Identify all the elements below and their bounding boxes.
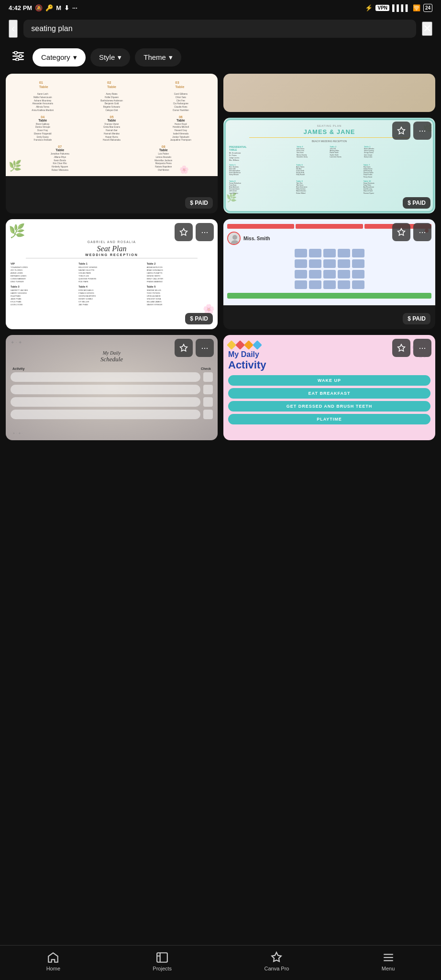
vpn-badge: VPN: [375, 5, 389, 11]
t1-r3-col1: 07Table Jonathan PalturenaJilliana RhyeK…: [10, 145, 110, 172]
t2-col-table1: Table 1 Ramon MendezSimon CanningGeorge …: [364, 145, 430, 162]
star-icon-4: [397, 228, 406, 236]
nav-menu[interactable]: Menu: [382, 951, 395, 971]
t3-t3: Table 3 GARRETT JACOBSHARRY HOGGINSISLA …: [11, 285, 77, 306]
desk-10: [352, 259, 364, 268]
template-card-1[interactable]: 01Table 02Table 03Table Aaron LechMollie…: [6, 74, 218, 213]
favorite-button-3[interactable]: [175, 223, 193, 241]
category-filter[interactable]: Category ▾: [33, 48, 86, 67]
card-preview-1: 01Table 02Table 03Table Aaron LechMollie…: [6, 74, 218, 176]
more-button-6[interactable]: ···: [413, 339, 431, 357]
t2-subtitle: BEACH WEDDING RECEPTION: [229, 140, 430, 143]
category-label: Category: [41, 53, 70, 61]
desk-14: [338, 270, 350, 278]
bottom-nav: Home Projects Canva Pro Menu: [0, 945, 441, 980]
svg-point-5: [16, 58, 19, 61]
template-card-6[interactable]: ··· My Daily Activity WAKE UP EAT BREAKF…: [223, 335, 435, 440]
t2-divider: [249, 137, 409, 138]
category-chevron: ▾: [73, 53, 77, 62]
paid-badge-1: $ PAID: [185, 197, 213, 209]
t5-row-1: [11, 372, 213, 382]
template-card-2[interactable]: ··· SEATING PLAN JAMES & JANE BEACH WEDD…: [223, 118, 435, 213]
filter-row: Category ▾ Style ▾ Theme ▾: [0, 44, 441, 74]
nav-canvapro[interactable]: Canva Pro: [264, 951, 289, 971]
mail-icon: M: [56, 4, 61, 11]
filter-icon-button[interactable]: [9, 47, 28, 67]
home-icon: [47, 951, 59, 964]
status-left: 4:42 PM 🔕 🔑 M ⬇ ···: [9, 4, 77, 11]
favorite-button-4[interactable]: [392, 223, 410, 241]
favorite-button-6[interactable]: [392, 339, 410, 357]
t2-col-tables: Table 2 Katie SonesKevin LarrisTara Jone…: [297, 145, 362, 162]
svg-point-4: [19, 55, 22, 57]
t3-t4: Table 4 ERIN MICHAELSFRANCO MYERSGEORLIN…: [78, 285, 144, 306]
template-grid: 01Table 02Table 03Table Aaron LechMollie…: [0, 74, 441, 446]
theme-chevron: ▾: [169, 53, 173, 62]
t3-script-title: Seat Plan: [11, 245, 213, 253]
template-card-4[interactable]: ··· Miss. Smith: [223, 219, 435, 329]
t2-col-presidential: PRESIDENTIALTABLE Mr. GroudenaarDr. Pete…: [229, 145, 295, 162]
t6-item-3: GET DRESSED AND BRUSH TEETH: [228, 401, 430, 412]
star-icon-2: [397, 126, 406, 135]
t1-r2-col3: 06Table Hector FloydHerektra MitchollHow…: [148, 115, 214, 143]
desk-4: [338, 249, 350, 257]
desk-9: [338, 259, 350, 268]
t4-bottom-bar: [227, 293, 431, 299]
more-button-5[interactable]: ···: [196, 339, 214, 357]
search-input[interactable]: seating plan: [23, 20, 416, 38]
svg-marker-8: [398, 229, 405, 235]
desk-15: [352, 270, 364, 278]
t1-tables-row2: 04Table Brent GalliceyDanica StroupeDoso…: [10, 115, 214, 143]
t4-row3: [227, 270, 431, 278]
t1-r2-col2: 05Table Frances VisnerGreta Mae EvansHan…: [78, 115, 144, 143]
more-button-2[interactable]: ···: [413, 122, 431, 140]
desk-5: [352, 249, 364, 257]
menu-icon: [382, 951, 395, 964]
desk-18: [323, 280, 336, 289]
t4-row1: [227, 249, 431, 257]
paid-badge-4: $ PAID: [403, 313, 430, 324]
t3-floral-tl: 🌿: [9, 223, 25, 239]
t2-tables-row3: Table 8 Teresa RichardsonTricia DanaBria…: [229, 180, 430, 194]
back-button[interactable]: ‹: [9, 20, 18, 38]
t5-check-box-4: [203, 410, 213, 419]
t3-t2: Table 2 ANDACA RIVCOSBRAD GONZALESCAROLY…: [147, 262, 213, 283]
t3-divider: [26, 258, 198, 258]
battery: 24: [423, 4, 432, 12]
diamond-yellow: [227, 340, 236, 350]
favorite-button-5[interactable]: [175, 339, 193, 357]
diamond-blue: [253, 340, 262, 350]
nav-home[interactable]: Home: [46, 951, 60, 971]
more-button-3[interactable]: ···: [196, 223, 214, 241]
svg-marker-12: [180, 345, 187, 351]
t6-item-1: WAKE UP: [228, 375, 430, 386]
sliders-icon: [12, 51, 24, 61]
style-filter[interactable]: Style ▾: [90, 48, 130, 67]
search-bar: ‹ seating plan ✕: [0, 14, 441, 44]
theme-filter[interactable]: Theme ▾: [135, 48, 181, 67]
t1-r3-col2: 08Table Luis PattonLemos AlvaradoMarcell…: [113, 145, 214, 172]
svg-rect-14: [157, 953, 167, 962]
svg-marker-6: [398, 127, 405, 134]
t1-col2: Avery BatesHollie D'queenBartholomew And…: [78, 93, 144, 112]
nav-projects[interactable]: Projects: [153, 951, 172, 971]
template-card-3[interactable]: ··· 🌿 GABRIEL AND ROSALIA Seat Plan WEDD…: [6, 219, 218, 329]
t1-r2-col1: 04Table Brent GalliceyDanica StroupeDoso…: [10, 115, 76, 143]
signal-icon: ▌▌▌▌: [392, 4, 410, 11]
partial-card[interactable]: [223, 74, 435, 112]
teacher-name: Miss. Smith: [243, 236, 270, 241]
t3-subtitle: WEDDING RECEPTION: [11, 253, 213, 256]
status-right: ⚡ VPN ▌▌▌▌ 🛜 24: [365, 4, 432, 12]
close-button[interactable]: ✕: [422, 22, 432, 36]
desk-12: [309, 270, 321, 278]
desk-3: [323, 249, 336, 257]
t3-t1: Table 1 MILLICENT JENKINSNAOMI GILLETTEO…: [78, 262, 144, 283]
favorite-button-2[interactable]: [392, 122, 410, 140]
template-card-5[interactable]: ··· ✦ · ✦ ✦ My Daily Schedule Activity C…: [6, 335, 218, 440]
t5-activity-box-1: [11, 372, 200, 382]
svg-point-3: [14, 51, 17, 54]
t4-desks: [227, 249, 431, 289]
svg-marker-7: [180, 229, 187, 235]
more-button-4[interactable]: ···: [413, 223, 431, 241]
teacher-avatar-svg: [228, 233, 241, 245]
